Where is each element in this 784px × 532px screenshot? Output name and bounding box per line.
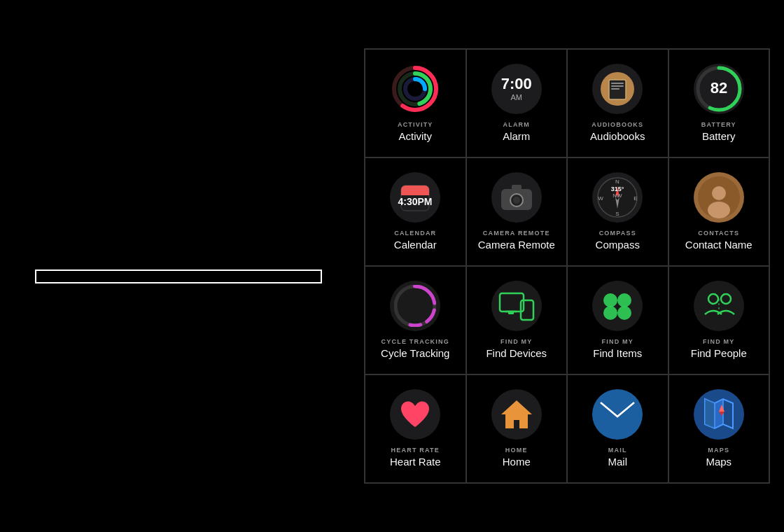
mail-category: MAIL (608, 447, 627, 454)
right-panel: ACTIVITYActivity 7:00 AM ALARMAlarm AUDI… (357, 0, 784, 532)
svg-text:E: E (634, 195, 638, 202)
find-items-category: FIND MY (602, 338, 634, 345)
svg-marker-53 (705, 399, 715, 428)
svg-rect-42 (508, 312, 514, 314)
camera-category: CAMERA REMOTE (483, 230, 550, 237)
compass-icon: N S W E 315° NW (592, 172, 643, 223)
grid-item-compass[interactable]: N S W E 315° NW COMPASSCompass (567, 158, 668, 266)
compass-category: COMPASS (599, 230, 636, 237)
grid-item-maps[interactable]: MAPSMaps (668, 374, 770, 483)
camera-label: Camera Remote (478, 239, 555, 251)
svg-rect-17 (401, 191, 429, 195)
home-label: Home (503, 456, 531, 468)
battery-icon: 82 (694, 64, 744, 114)
battery-category: BATTERY (701, 121, 736, 128)
svg-rect-9 (611, 83, 624, 84)
find-people-icon (694, 281, 744, 331)
svg-point-33 (712, 186, 726, 200)
svg-text:S: S (616, 211, 620, 217)
activity-label: Activity (398, 130, 432, 142)
battery-label: Battery (702, 130, 736, 142)
find-devices-label: Find Devices (486, 347, 547, 359)
grid-item-activity[interactable]: ACTIVITYActivity (365, 49, 466, 158)
contacts-icon (694, 172, 744, 223)
app-grid: ACTIVITYActivity 7:00 AM ALARMAlarm AUDI… (364, 48, 770, 484)
find-items-label: Find Items (593, 347, 642, 359)
heart-rate-label: Heart Rate (390, 456, 441, 468)
alarm-label: Alarm (503, 130, 530, 142)
cycle-category: CYCLE TRACKING (382, 338, 449, 345)
svg-point-21 (513, 197, 520, 204)
audiobooks-category: AUDIOBOOKS (592, 121, 643, 128)
svg-marker-50 (501, 400, 532, 428)
svg-point-44 (617, 293, 631, 307)
svg-point-43 (603, 293, 617, 307)
find-items-icon (592, 281, 643, 331)
svg-rect-11 (611, 88, 620, 90)
grid-item-find-people[interactable]: FIND MYFind People (668, 266, 770, 374)
maps-label: Maps (706, 456, 732, 468)
grid-item-cycle[interactable]: CYCLE TRACKINGCycle Tracking (365, 266, 466, 374)
contacts-label: Contact Name (685, 239, 752, 251)
svg-text:W: W (598, 195, 603, 202)
audiobooks-label: Audiobooks (590, 130, 645, 142)
svg-point-45 (603, 306, 617, 320)
grid-item-find-items[interactable]: FIND MYFind Items (567, 266, 668, 374)
alarm-category: ALARM (503, 121, 531, 128)
find-people-label: Find People (691, 347, 747, 359)
find-devices-icon (491, 281, 542, 331)
calendar-icon: 4:30PM (390, 172, 440, 223)
grid-item-find-devices[interactable]: FIND MYFind Devices (466, 266, 568, 374)
grid-item-home[interactable]: HOMEHome (466, 374, 568, 483)
svg-text:82: 82 (710, 79, 727, 97)
grid-item-audiobooks[interactable]: AUDIOBOOKSAudiobooks (567, 49, 668, 158)
grid-item-alarm[interactable]: 7:00 AM ALARMAlarm (466, 49, 568, 158)
mail-icon (592, 389, 643, 440)
heart-rate-category: HEART RATE (391, 447, 440, 454)
svg-text:N: N (615, 178, 620, 185)
heart-rate-icon (390, 389, 440, 440)
svg-text:315°: 315° (611, 186, 624, 192)
svg-rect-10 (611, 85, 624, 87)
activity-category: ACTIVITY (398, 121, 433, 128)
audiobooks-icon (592, 64, 643, 114)
grid-item-calendar[interactable]: 4:30PM CALENDARCalendar (365, 158, 466, 266)
svg-point-34 (708, 202, 730, 218)
grid-item-contacts[interactable]: CONTACTSContact Name (668, 158, 770, 266)
svg-rect-22 (512, 185, 522, 190)
grid-item-camera[interactable]: CAMERA REMOTECamera Remote (466, 158, 568, 266)
alarm-icon: 7:00 AM (491, 64, 542, 114)
svg-text:4:30PM: 4:30PM (398, 196, 433, 207)
svg-point-47 (708, 294, 718, 304)
svg-point-46 (617, 306, 631, 320)
grid-item-heart-rate[interactable]: HEART RATEHeart Rate (365, 374, 466, 483)
mail-label: Mail (608, 456, 627, 468)
home-icon (491, 389, 542, 440)
svg-text:NW: NW (613, 192, 623, 199)
svg-point-48 (721, 294, 731, 304)
cycle-icon (390, 281, 440, 331)
maps-category: MAPS (708, 447, 729, 454)
find-devices-category: FIND MY (500, 338, 532, 345)
find-people-category: FIND MY (703, 338, 734, 345)
calendar-label: Calendar (394, 239, 437, 251)
grid-item-battery[interactable]: 82 BATTERYBattery (668, 49, 770, 158)
maps-icon (694, 389, 744, 440)
compass-label: Compass (596, 239, 640, 251)
contacts-category: CONTACTS (698, 230, 739, 237)
activity-icon (390, 64, 440, 114)
home-category: HOME (505, 447, 528, 454)
brand-box (35, 270, 322, 284)
cycle-label: Cycle Tracking (381, 347, 449, 359)
calendar-category: CALENDAR (394, 230, 436, 237)
grid-item-mail[interactable]: MAILMail (567, 374, 668, 483)
camera-icon (491, 172, 542, 223)
left-panel (0, 0, 357, 532)
